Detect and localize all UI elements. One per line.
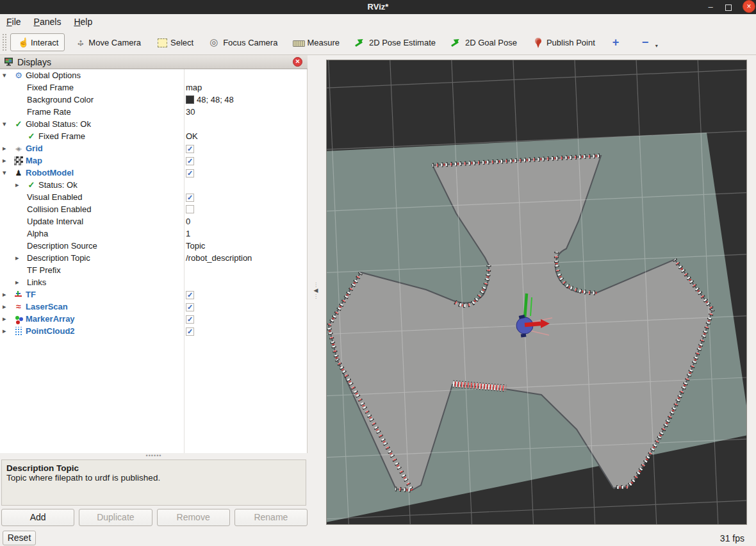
tool-publish-point[interactable]: Publish Point [527, 33, 601, 51]
expander-closed-icon[interactable]: ▸ [15, 252, 23, 264]
expander-closed-icon[interactable]: ▸ [3, 313, 10, 325]
tree-row-pointcloud2[interactable]: ▸PointCloud2✓ [0, 325, 307, 337]
tree-row-fixed-frame[interactable]: Fixed FrameOK [0, 130, 307, 142]
duplicate-button: Duplicate [79, 509, 152, 526]
row-value[interactable]: ✓ [186, 167, 194, 179]
row-label: Global Options [26, 69, 81, 81]
tree-row-markerarray[interactable]: ▸MarkerArray✓ [0, 313, 307, 325]
maximize-icon [725, 4, 732, 11]
row-value[interactable]: Topic [186, 240, 205, 252]
close-button[interactable]: × [743, 0, 755, 13]
tree-row-tf[interactable]: ▸TF✓ [0, 288, 307, 301]
measure-icon [293, 37, 304, 48]
checkbox-checked[interactable]: ✓ [186, 327, 194, 336]
row-value[interactable]: ✓ [186, 313, 194, 325]
checkbox-checked[interactable]: ✓ [186, 315, 194, 324]
expander-closed-icon[interactable]: ▸ [3, 288, 10, 301]
expander-closed-icon[interactable]: ▸ [15, 179, 23, 191]
panel-splitter[interactable]: •••••• [0, 453, 308, 459]
row-value[interactable]: /robot_description [186, 252, 252, 264]
minimize-button[interactable]: – [705, 2, 716, 12]
tool-2d-goal-pose[interactable]: 2D Goal Pose [445, 33, 523, 51]
displays-panel-header[interactable]: Displays ✕ [0, 55, 308, 69]
row-value[interactable]: 48; 48; 48 [186, 94, 234, 106]
select-icon [156, 37, 168, 48]
maximize-button[interactable] [723, 3, 734, 13]
expander-closed-icon[interactable]: ▸ [3, 325, 10, 337]
tree-row-global-options[interactable]: ▾Global Options [0, 69, 307, 81]
row-value[interactable]: map [186, 81, 202, 94]
tool-select[interactable]: Select [151, 33, 199, 51]
panel-collapse-handle[interactable]: ⋮ ◀ ⋮ [311, 282, 320, 299]
checkbox-checked[interactable]: ✓ [186, 145, 194, 153]
focus-icon [209, 37, 220, 48]
tool-measure[interactable]: Measure [287, 33, 345, 51]
expander-open-icon[interactable]: ▾ [3, 167, 10, 179]
tree-row-global-status-ok[interactable]: ▾Global Status: Ok [0, 118, 307, 130]
add-button[interactable]: Add [1, 509, 74, 526]
menu-help[interactable]: Help [67, 14, 99, 27]
checkbox-checked[interactable]: ✓ [186, 303, 194, 311]
expander-closed-icon[interactable]: ▸ [3, 154, 10, 167]
titlebar[interactable]: RViz* – × [0, 0, 756, 14]
reset-button[interactable]: Reset [3, 531, 36, 545]
tree-row-background-color[interactable]: Background Color48; 48; 48 [0, 94, 307, 106]
tree-row-description-source[interactable]: Description SourceTopic [0, 240, 307, 252]
tool-move-camera[interactable]: Move Camera [69, 33, 147, 51]
expander-closed-icon[interactable]: ▸ [3, 142, 10, 154]
row-value[interactable] [186, 203, 194, 217]
3d-viewport[interactable] [327, 60, 746, 524]
row-label: Alpha [27, 228, 48, 240]
tree-row-links[interactable]: ▸Links [0, 276, 307, 288]
tree-row-laserscan[interactable]: ▸LaserScan✓ [0, 301, 307, 313]
row-label: Description Topic [27, 252, 90, 264]
tool-interact[interactable]: Interact [10, 33, 65, 51]
tree-row-update-interval[interactable]: Update Interval0 [0, 215, 307, 228]
checkbox-checked[interactable]: ✓ [186, 157, 194, 165]
tree-row-fixed-frame[interactable]: Fixed Framemap [0, 81, 307, 94]
tree-row-tf-prefix[interactable]: TF Prefix [0, 264, 307, 276]
row-value[interactable]: 1 [186, 228, 190, 240]
laser-icon [14, 302, 23, 311]
row-value[interactable]: ✓ [186, 191, 194, 203]
checkbox-checked[interactable]: ✓ [186, 291, 194, 299]
row-label: Status: Ok [38, 179, 78, 191]
row-value[interactable]: ✓ [186, 301, 194, 313]
checkbox-unchecked[interactable] [186, 205, 194, 213]
tree-row-alpha[interactable]: Alpha1 [0, 228, 307, 240]
expander-closed-icon[interactable]: ▸ [3, 301, 10, 313]
expander-closed-icon[interactable]: ▸ [15, 276, 23, 288]
dropdown-caret-icon[interactable]: ▾ [655, 43, 658, 49]
toolbar-drag-handle[interactable] [3, 34, 6, 51]
row-label: TF Prefix [27, 264, 61, 276]
display-buttons-row: AddDuplicateRemoveRename [1, 509, 308, 526]
tool-minus-tool[interactable]: ▾ [634, 33, 664, 51]
row-value: OK [186, 130, 198, 142]
tree-row-robotmodel[interactable]: ▾RobotModel✓ [0, 167, 307, 179]
tree-row-collision-enabled[interactable]: Collision Enabled [0, 203, 307, 215]
expander-open-icon[interactable]: ▾ [3, 69, 10, 81]
pin-icon [532, 37, 544, 48]
row-value[interactable]: ✓ [186, 325, 194, 337]
tool-plus-tool[interactable] [605, 33, 630, 51]
tool-2d-pose-estimate[interactable]: 2D Pose Estimate [349, 33, 441, 51]
row-value[interactable]: ✓ [186, 142, 194, 154]
hand-icon [17, 37, 28, 48]
checkbox-checked[interactable]: ✓ [186, 194, 194, 202]
tree-row-map[interactable]: ▸Map✓ [0, 154, 307, 167]
tool-focus-camera[interactable]: Focus Camera [203, 33, 283, 51]
expander-open-icon[interactable]: ▾ [3, 118, 10, 130]
tree-row-status-ok[interactable]: ▸Status: Ok [0, 179, 307, 191]
tree-row-grid[interactable]: ▸Grid✓ [0, 142, 307, 154]
checkbox-checked[interactable]: ✓ [186, 169, 194, 178]
row-value[interactable]: ✓ [186, 288, 194, 301]
row-value[interactable]: 30 [186, 106, 195, 118]
row-value[interactable]: ✓ [186, 154, 194, 167]
tree-row-description-topic[interactable]: ▸Description Topic/robot_description [0, 252, 307, 264]
menu-panels[interactable]: Panels [28, 14, 68, 27]
displays-close-icon[interactable]: ✕ [293, 57, 302, 67]
menu-file[interactable]: File [0, 14, 28, 27]
row-value[interactable]: 0 [186, 215, 190, 228]
tree-row-visual-enabled[interactable]: Visual Enabled✓ [0, 191, 307, 203]
tree-row-frame-rate[interactable]: Frame Rate30 [0, 106, 307, 118]
